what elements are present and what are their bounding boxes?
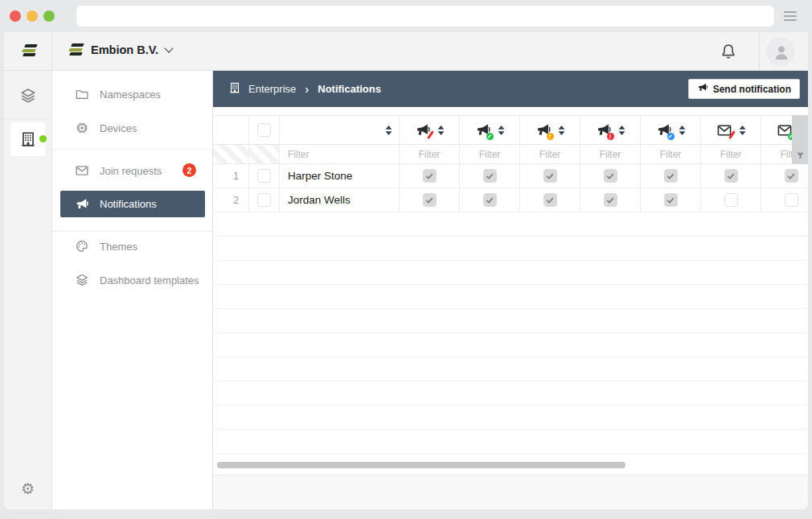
column-filter-strip [792,115,808,164]
sidebar: NamespacesDevicesJoin requests2Notificat… [52,71,213,509]
join-requests-badge: 2 [182,163,196,177]
table-row[interactable]: 2Jordan Wells [213,188,808,212]
sidebar-item-themes[interactable]: Themes [60,233,205,260]
sort-icon[interactable] [679,126,686,135]
table-header-row: ✓!!✓✓ [213,116,808,145]
org-name: Embion B.V. [91,43,158,56]
subscription-checkbox[interactable] [423,169,437,183]
subscription-checkbox[interactable] [785,193,798,207]
browser-chrome [0,0,812,32]
subscription-checkbox[interactable] [724,193,738,207]
sort-icon[interactable] [558,126,565,135]
browser-address-bar[interactable] [76,6,774,27]
bell-icon[interactable] [720,43,737,64]
table-footer [213,475,808,509]
filter-funnel-icon[interactable] [796,149,805,164]
folder-icon [75,87,89,101]
empty-row-line [213,308,808,309]
filter-cell [701,145,761,164]
table-row[interactable]: 1Harper Stone [213,164,808,188]
breadcrumb-enterprise[interactable]: Enterprise [248,83,296,95]
subscription-checkbox[interactable] [664,193,678,207]
name-filter-input[interactable] [280,149,389,160]
sidebar-item-label: Devices [100,122,137,134]
sort-icon[interactable] [739,126,746,135]
subscription-cell [520,188,580,212]
column-header-megaphone-check-blue[interactable]: ✓ [641,116,701,145]
horizontal-scrollbar[interactable] [217,462,625,468]
minimize-button[interactable] [27,10,38,22]
row-select-cell [249,164,280,188]
row-select-checkbox[interactable] [257,169,271,183]
filter-cell [400,145,460,164]
embion-logo-icon [68,43,84,57]
column-header-megaphone-warn-orange[interactable]: ! [520,116,580,145]
empty-row-line [213,405,808,406]
column-filter-input[interactable] [643,149,698,160]
column-header-megaphone-error-red[interactable]: ! [580,116,641,145]
layers-icon [75,273,89,287]
empty-row-line [213,284,808,285]
column-header-megaphone-slash-red[interactable] [400,116,460,145]
name-filter-cell [280,145,400,164]
org-switcher[interactable]: Embion B.V. [68,43,172,57]
browser-menu-button[interactable] [784,11,797,21]
close-button[interactable] [10,10,21,22]
breadcrumb-notifications: Notifications [318,83,381,95]
sort-icon[interactable] [618,126,625,135]
avatar[interactable] [766,37,795,66]
divider [52,231,213,232]
subscription-cell [761,188,808,212]
sidebar-item-notifications[interactable]: Notifications [60,191,205,217]
column-header-envelope-slash-red[interactable] [701,116,761,145]
subscription-checkbox[interactable] [664,169,678,183]
subscription-cell [460,188,520,212]
subscription-checkbox[interactable] [423,193,437,207]
column-filter-input[interactable] [462,149,517,160]
column-filter-input[interactable] [703,149,758,160]
subscription-checkbox[interactable] [543,193,557,207]
subscription-checkbox[interactable] [785,169,798,183]
subscription-checkbox[interactable] [604,193,617,207]
megaphone-icon [75,197,89,212]
column-filter-input[interactable] [523,149,577,160]
send-notification-button[interactable]: Send notification [688,79,800,99]
filter-row [213,145,808,164]
sidebar-item-label: Themes [100,241,137,253]
check-blue-badge: ✓ [667,133,675,140]
sidebar-item-namespaces[interactable]: Namespaces [60,80,205,108]
envelope-icon [716,122,732,138]
row-select-checkbox[interactable] [257,193,271,207]
sort-icon[interactable] [437,126,445,135]
subscription-cell [580,188,641,212]
filter-disabled-cell [213,145,249,164]
filter-cell [641,145,701,164]
subscription-checkbox[interactable] [604,169,617,183]
name-column-header[interactable] [280,116,400,145]
subscription-checkbox[interactable] [724,169,738,183]
select-all-cell [249,116,280,145]
column-filter-input[interactable] [583,149,638,160]
sort-icon[interactable] [498,126,505,135]
column-header-megaphone-check-green[interactable]: ✓ [460,116,520,145]
main-content: Enterprise › Notifications Send notifica… [213,71,808,509]
warn-orange-badge: ! [547,133,554,140]
sort-icon[interactable] [385,126,392,135]
sidebar-item-label: Dashboard templates [100,274,199,286]
column-filter-input[interactable] [402,149,457,160]
zoom-button[interactable] [43,10,55,22]
rail-item-dashboards[interactable] [4,87,51,105]
select-all-checkbox[interactable] [257,123,271,137]
chevron-down-icon [164,44,173,53]
filter-cell [520,145,580,164]
subscription-checkbox[interactable] [483,169,497,183]
name-cell: Jordan Wells [280,188,400,212]
sidebar-item-devices[interactable]: Devices [60,114,205,142]
sidebar-item-dashboard-templates[interactable]: Dashboard templates [60,266,205,294]
gear-icon[interactable]: ⚙ [4,480,51,498]
subscription-checkbox[interactable] [543,169,557,183]
megaphone-icon: ✓ [656,122,672,138]
megaphone-icon: ! [535,122,552,138]
embion-logo-icon [22,44,37,58]
subscription-checkbox[interactable] [483,193,497,207]
